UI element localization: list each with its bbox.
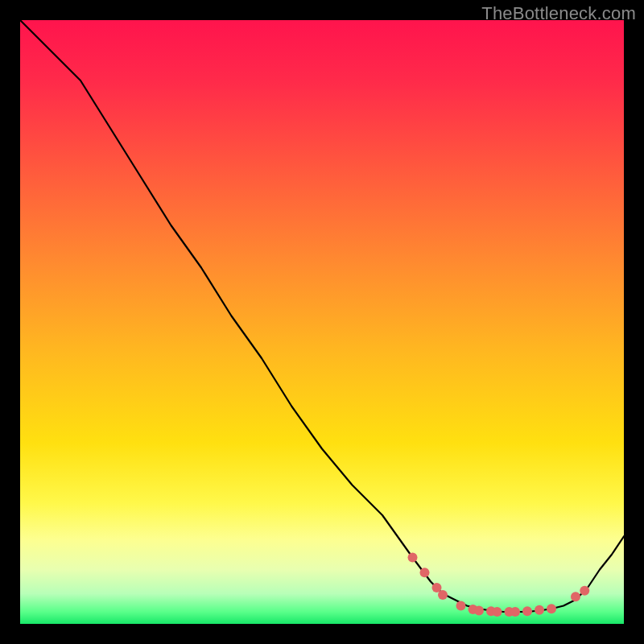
highlight-dot (420, 568, 430, 577)
highlight-dot (474, 606, 484, 616)
highlight-dot (510, 607, 520, 617)
curve-layer (20, 20, 624, 624)
highlight-dots (408, 553, 590, 617)
bottleneck-curve (20, 20, 624, 612)
highlight-dot (493, 607, 502, 617)
watermark-text: TheBottleneck.com (481, 3, 636, 24)
highlight-dot (535, 605, 544, 615)
highlight-dot (580, 586, 589, 596)
chart-container: TheBottleneck.com (0, 0, 644, 644)
highlight-dot (571, 592, 580, 601)
highlight-dot (522, 606, 532, 616)
highlight-dot (408, 553, 418, 563)
highlight-dot (438, 590, 448, 600)
plot-area (20, 20, 624, 624)
highlight-dot (456, 601, 466, 611)
highlight-dot (547, 604, 556, 613)
